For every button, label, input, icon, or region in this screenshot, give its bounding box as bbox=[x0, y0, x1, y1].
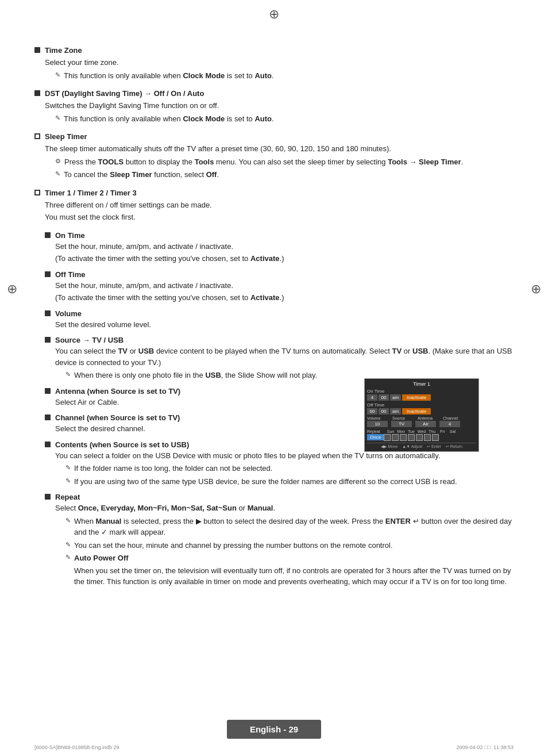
off-time-label: Off Time bbox=[367, 402, 476, 408]
bullet-square-icon bbox=[45, 442, 51, 447]
section-timer: Timer 1 / Timer 2 / Timer 3 Three differ… bbox=[34, 189, 514, 223]
bullet-square-icon bbox=[45, 310, 51, 316]
on-time-body: Set the hour, minute, am/pm, and activat… bbox=[55, 241, 514, 264]
timer-section-wrapper: Timer 1 On Time 4 00 am Inactivate Off T… bbox=[34, 189, 514, 331]
day-thu-check[interactable] bbox=[416, 434, 423, 441]
on-time-row: 4 00 am Inactivate bbox=[367, 394, 476, 401]
timer-adjust: ▲▼ Adjust bbox=[402, 444, 422, 449]
day-fri-check[interactable] bbox=[424, 434, 431, 441]
antenna-col-label: Antenna bbox=[418, 416, 441, 420]
bullet-square-icon bbox=[45, 337, 51, 343]
volume-col-label: Volume bbox=[367, 416, 390, 420]
repeat-title: Repeat bbox=[55, 493, 80, 501]
on-status-field: Inactivate bbox=[402, 394, 431, 401]
sleep-timer-body: The sleep timer automatically shuts off … bbox=[45, 143, 514, 181]
timer-settings-row: Volume Source Antenna Channel 10 TV Air … bbox=[367, 416, 476, 427]
time-zone-note-text: This function is only available when Clo… bbox=[64, 70, 274, 82]
off-time-text: Set the hour, minute, am/pm, and activat… bbox=[55, 280, 514, 291]
off-time-body: Set the hour, minute, am/pm, and activat… bbox=[55, 280, 514, 304]
day-sun-check[interactable] bbox=[384, 434, 391, 441]
repeat-note2: ✎ You can set the hour, minute and chann… bbox=[65, 540, 514, 551]
sleep-timer-note1: ⚙ Press the TOOLS button to display the … bbox=[55, 156, 514, 168]
volume-value: 10 bbox=[367, 421, 388, 427]
bullet-square-icon bbox=[45, 388, 51, 394]
sub-section-on-time: On Time Set the hour, minute, am/pm, and… bbox=[45, 231, 514, 264]
day-sat-label: Sat bbox=[447, 429, 458, 433]
day-fri-label: Fri bbox=[437, 429, 447, 433]
day-mon-label: Mon bbox=[396, 429, 406, 433]
sleep-timer-title: Sleep Timer bbox=[45, 132, 87, 141]
section-dst: DST (Daylight Saving Time) → Off / On / … bbox=[34, 89, 514, 124]
on-time-label: On Time bbox=[367, 389, 476, 394]
volume-body: Set the desired volume level. bbox=[55, 319, 514, 331]
footer-file-info: [6000-SA]BN68-01985B-Eng.indb 29 bbox=[34, 745, 119, 750]
dst-text: Switches the Daylight Saving Time functi… bbox=[45, 100, 514, 112]
on-ampm-field: am bbox=[390, 394, 401, 401]
day-tue-label: Tue bbox=[406, 429, 416, 433]
contents-note2-text: If you are using two of the same type US… bbox=[74, 476, 457, 488]
repeat-section: Repeat Sun Mon Tue Wed Thu Fri Sat Once bbox=[367, 429, 476, 441]
pencil-icon: ✎ bbox=[65, 516, 71, 525]
source-note-text: When there is only one photo file in the… bbox=[74, 370, 317, 381]
page-number-text: English - 29 bbox=[250, 724, 298, 734]
footer-date-info: 2009-04-02 □□: 11:38:53 bbox=[457, 745, 514, 750]
timer-col-headers: Volume Source Antenna Channel bbox=[367, 416, 476, 420]
timer-widget: Timer 1 On Time 4 00 am Inactivate Off T… bbox=[364, 378, 479, 452]
timer-move: ◀▶ Move bbox=[381, 444, 398, 449]
bullet-hollow-icon bbox=[34, 133, 40, 139]
dst-note: ✎ This function is only available when C… bbox=[55, 113, 514, 125]
pencil-icon: ✎ bbox=[65, 540, 71, 550]
pencil-icon: ✎ bbox=[55, 113, 60, 123]
pencil-icon: ✎ bbox=[55, 70, 60, 80]
source-text: You can select the TV or USB device cont… bbox=[55, 346, 514, 368]
top-crosshair-icon: ⊕ bbox=[269, 7, 279, 22]
on-time-text: Set the hour, minute, am/pm, and activat… bbox=[55, 241, 514, 252]
timer-title-text: Timer 1 / Timer 2 / Timer 3 bbox=[45, 189, 137, 197]
source-value: TV bbox=[391, 421, 412, 427]
contents-note1: ✎ If the folder name is too long, the fo… bbox=[65, 463, 514, 474]
off-time-note: (To activate the timer with the setting … bbox=[55, 292, 514, 304]
timer-footer: ◀▶ Move ▲▼ Adjust ↵ Enter ↩ Return bbox=[367, 443, 476, 449]
repeat-values-row: Once bbox=[367, 434, 476, 441]
repeat-header-row: Repeat Sun Mon Tue Wed Thu Fri Sat bbox=[367, 429, 476, 433]
timer-col-values: 10 TV Air 4 bbox=[367, 421, 476, 427]
bullet-square-icon bbox=[34, 90, 40, 96]
timer-enter: ↵ Enter bbox=[427, 444, 441, 449]
page: ⊕ ⊕ ⊕ Time Zone Select your time zone. ✎… bbox=[0, 0, 548, 756]
on-time-note: (To activate the timer with the setting … bbox=[55, 253, 514, 264]
pencil-icon: ✎ bbox=[65, 476, 71, 486]
channel-value: 4 bbox=[439, 421, 460, 427]
timer-body-text2: You must set the clock first. bbox=[45, 212, 514, 223]
off-status-field: Inactivate bbox=[402, 408, 431, 415]
bullet-square-icon bbox=[34, 47, 40, 53]
repeat-note1-text: When Manual is selected, press the ▶ but… bbox=[74, 516, 514, 538]
pencil-icon: ✎ bbox=[65, 552, 71, 562]
once-button[interactable]: Once bbox=[367, 434, 384, 440]
sleep-timer-text: The sleep timer automatically shuts off … bbox=[45, 143, 514, 155]
pencil-icon: ✎ bbox=[55, 169, 60, 179]
section-sleep-timer: Sleep Timer The sleep timer automaticall… bbox=[34, 132, 514, 181]
day-mon-check[interactable] bbox=[392, 434, 399, 441]
page-number-box: English - 29 bbox=[227, 720, 321, 739]
day-tue-check[interactable] bbox=[400, 434, 407, 441]
day-sat-check[interactable] bbox=[432, 434, 439, 441]
bullet-square-icon bbox=[45, 415, 51, 420]
off-time-row: 00 00 am Inactivate bbox=[367, 408, 476, 415]
section-time-zone: Time Zone Select your time zone. ✎ This … bbox=[34, 46, 514, 81]
repeat-label: Repeat bbox=[367, 429, 385, 433]
off-hour-field: 00 bbox=[367, 408, 377, 415]
pencil-icon: ✎ bbox=[65, 463, 71, 473]
volume-title: Volume bbox=[55, 309, 82, 318]
day-wed-check[interactable] bbox=[408, 434, 415, 441]
page-footer: English - 29 bbox=[0, 720, 548, 739]
right-crosshair-icon: ⊕ bbox=[531, 282, 541, 297]
sub-section-repeat: Repeat Select Once, Everyday, Mon~Fri, M… bbox=[45, 493, 514, 589]
source-title: Source → TV / USB bbox=[55, 336, 124, 344]
tools-icon: ⚙ bbox=[55, 156, 61, 166]
timer-box: Timer 1 On Time 4 00 am Inactivate Off T… bbox=[364, 378, 479, 452]
contents-note1-text: If the folder name is too long, the fold… bbox=[74, 463, 272, 474]
contents-title: Contents (when Source is set to USB) bbox=[55, 440, 189, 449]
on-min-field: 00 bbox=[379, 394, 389, 401]
time-zone-note: ✎ This function is only available when C… bbox=[55, 70, 514, 82]
repeat-body: Select Once, Everyday, Mon~Fri, Mon~Sat,… bbox=[55, 502, 514, 589]
